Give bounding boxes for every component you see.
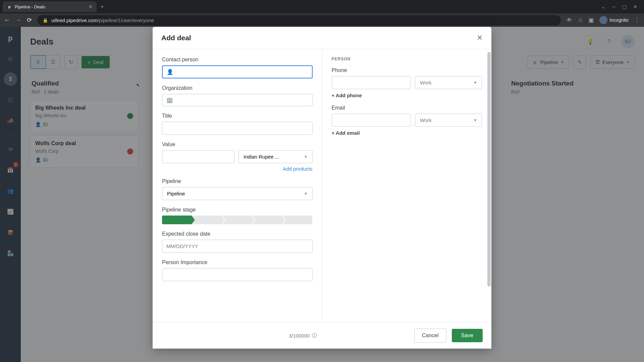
pipeline-stage-label: Pipeline stage: [162, 207, 313, 213]
form-group-pipeline: Pipeline Pipeline ▼: [162, 178, 313, 200]
person-icon: 👤: [167, 69, 173, 75]
modal-overlay[interactable]: Add deal ✕ Contact person 👤 Organization…: [0, 27, 644, 362]
close-window-icon[interactable]: ✕: [633, 4, 637, 9]
extensions-icon[interactable]: ▣: [588, 16, 594, 24]
organization-input-wrap[interactable]: 🏢: [162, 94, 313, 106]
form-group-org: Organization 🏢: [162, 85, 313, 106]
close-date-input[interactable]: [162, 240, 313, 253]
menu-icon[interactable]: ⋮: [634, 16, 640, 24]
minimize-icon[interactable]: ─: [612, 4, 615, 9]
email-type-select[interactable]: Work ▼: [415, 114, 482, 127]
eye-icon[interactable]: 👁: [566, 17, 572, 24]
title-label: Title: [162, 113, 313, 119]
tab-close-icon[interactable]: ✕: [89, 4, 93, 9]
form-group-value: Value Indian Rupee ... ▼ Add products: [162, 141, 313, 172]
incognito-label: Incognito: [609, 17, 629, 23]
tab-title: Pipeline - Deals: [15, 4, 45, 9]
lock-icon: 🔒: [43, 18, 48, 23]
form-group-stage: Pipeline stage: [162, 207, 313, 224]
favicon: p: [7, 4, 12, 9]
info-icon[interactable]: ⓘ: [312, 333, 317, 339]
window-controls: ⌄ ─ ▢ ✕: [601, 4, 641, 9]
forward-button[interactable]: →: [15, 17, 21, 24]
cancel-button[interactable]: Cancel: [414, 328, 446, 343]
tab-bar: p Pipeline - Deals ✕ + ⌄ ─ ▢ ✕: [0, 0, 644, 13]
email-row: Work ▼: [332, 114, 482, 127]
phone-label: Phone: [332, 67, 482, 73]
address-bar[interactable]: 🔒 uifeed.pipedrive.com/pipeline/1/user/e…: [37, 15, 561, 25]
nav-right: 👁 ☆ ▣ 👤 Incognito ⋮: [566, 16, 640, 24]
currency-label: Indian Rupee ...: [244, 154, 279, 160]
modal-header: Add deal ✕: [153, 27, 491, 49]
add-products-link[interactable]: Add products: [162, 166, 313, 172]
value-input[interactable]: [162, 150, 234, 163]
add-deal-modal: Add deal ✕ Contact person 👤 Organization…: [153, 27, 491, 349]
url-host: uifeed.pipedrive.com/pipeline/1/user/eve…: [51, 17, 154, 23]
incognito-badge[interactable]: 👤 Incognito: [599, 16, 629, 24]
reload-button[interactable]: ⟳: [27, 16, 32, 24]
modal-title: Add deal: [161, 34, 191, 42]
email-input[interactable]: [332, 114, 411, 127]
pipeline-stage-bar[interactable]: [162, 216, 313, 224]
tab-search-icon[interactable]: ⌄: [601, 4, 605, 9]
modal-close-icon[interactable]: ✕: [477, 34, 483, 42]
stage-segment-3[interactable]: [222, 216, 252, 224]
browser-chrome: p Pipeline - Deals ✕ + ⌄ ─ ▢ ✕ ← → ⟳ 🔒 u…: [0, 0, 644, 27]
phone-row: Work ▼: [332, 76, 482, 89]
form-group-email: Email Work ▼ + Add email: [332, 105, 482, 136]
person-section-label: PERSON: [332, 57, 482, 61]
building-icon: 🏢: [166, 97, 173, 103]
form-group-phone: Phone Work ▼ + Add phone: [332, 67, 482, 98]
new-tab-button[interactable]: +: [98, 1, 106, 12]
title-input[interactable]: [162, 122, 313, 135]
bookmark-icon[interactable]: ☆: [578, 16, 583, 24]
stage-segment-5[interactable]: [283, 216, 312, 224]
counter-text: 3/100000: [289, 333, 310, 339]
organization-label: Organization: [162, 85, 313, 91]
nav-bar: ← → ⟳ 🔒 uifeed.pipedrive.com/pipeline/1/…: [0, 13, 644, 27]
modal-body: Contact person 👤 Organization 🏢 Title: [153, 49, 491, 322]
pipeline-label: Pipeline: [162, 178, 313, 184]
save-button[interactable]: Save: [452, 329, 483, 342]
pipeline-value: Pipeline: [167, 191, 185, 196]
add-email-link[interactable]: + Add email: [332, 130, 482, 136]
contact-person-input[interactable]: [176, 69, 308, 75]
deal-counter: 3/100000 ⓘ: [289, 333, 317, 339]
pipeline-select[interactable]: Pipeline ▼: [162, 187, 313, 200]
incognito-icon: 👤: [599, 16, 607, 24]
form-group-importance: Person Importance: [162, 259, 313, 281]
stage-segment-2[interactable]: [192, 216, 222, 224]
chevron-down-icon: ▼: [304, 192, 308, 195]
email-label: Email: [332, 105, 482, 111]
phone-type-label: Work: [420, 80, 432, 85]
modal-footer: 3/100000 ⓘ Cancel Save: [153, 322, 491, 349]
modal-left-column: Contact person 👤 Organization 🏢 Title: [153, 49, 322, 322]
person-importance-input[interactable]: [162, 268, 313, 281]
back-button[interactable]: ←: [4, 17, 10, 24]
value-row: Indian Rupee ... ▼: [162, 150, 313, 163]
chevron-down-icon: ▼: [474, 118, 477, 122]
form-group-close-date: Expected close date: [162, 231, 313, 253]
phone-input[interactable]: [332, 76, 411, 89]
expected-close-label: Expected close date: [162, 231, 313, 237]
value-label: Value: [162, 141, 313, 147]
chevron-down-icon: ▼: [474, 81, 477, 84]
modal-right-column: PERSON Phone Work ▼ + Add phone Email: [322, 49, 492, 322]
stage-segment-1[interactable]: [162, 216, 192, 224]
contact-person-input-wrap[interactable]: 👤: [162, 65, 313, 78]
email-type-label: Work: [420, 117, 432, 123]
person-importance-label: Person Importance: [162, 259, 313, 265]
form-group-title: Title: [162, 113, 313, 135]
phone-type-select[interactable]: Work ▼: [415, 76, 482, 89]
browser-tab[interactable]: p Pipeline - Deals ✕: [3, 1, 97, 12]
maximize-icon[interactable]: ▢: [622, 4, 627, 9]
organization-input[interactable]: [176, 97, 308, 103]
modal-scrollbar[interactable]: [487, 52, 491, 287]
chevron-down-icon: ▼: [304, 155, 308, 159]
form-group-contact: Contact person 👤: [162, 57, 313, 78]
add-phone-link[interactable]: + Add phone: [332, 93, 482, 98]
contact-person-label: Contact person: [162, 57, 313, 63]
currency-select[interactable]: Indian Rupee ... ▼: [238, 150, 312, 163]
stage-segment-4[interactable]: [253, 216, 282, 224]
